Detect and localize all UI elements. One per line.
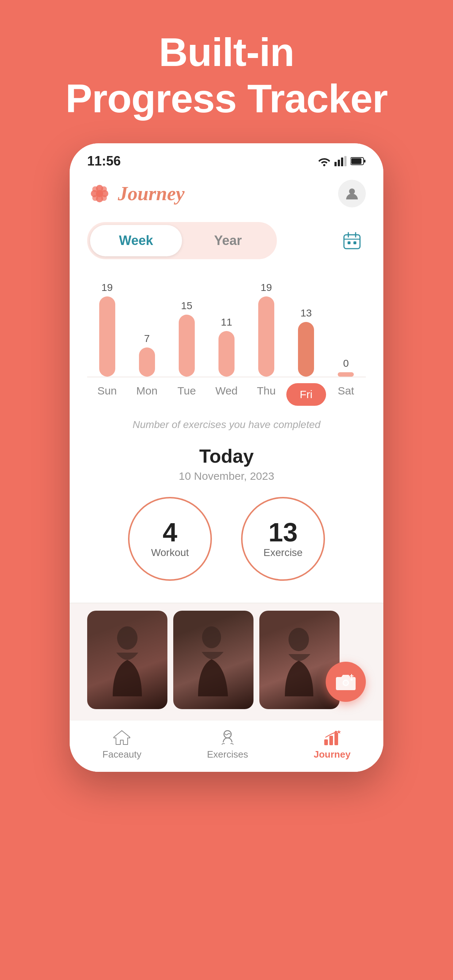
status-bar: 11:56 <box>70 143 383 172</box>
svg-rect-20 <box>348 241 351 244</box>
bar-col-sun: 19 <box>87 282 127 377</box>
svg-point-15 <box>96 190 103 197</box>
photo-thumb-3 <box>259 611 340 709</box>
bar-value-mon: 7 <box>144 333 150 345</box>
nav-item-faceauty[interactable]: Faceauty <box>88 729 156 760</box>
day-label-fri: Fri <box>286 383 326 406</box>
svg-rect-17 <box>344 235 360 249</box>
chart-bars: 197151119130 <box>87 275 366 377</box>
tab-section: Week Year <box>70 216 383 268</box>
bar-sun <box>99 296 115 377</box>
bar-value-sat: 0 <box>343 358 349 369</box>
wifi-icon <box>318 156 331 166</box>
svg-rect-1 <box>338 160 340 166</box>
profile-button[interactable] <box>338 180 366 207</box>
status-icons <box>318 156 366 166</box>
day-label-thu: Thu <box>247 385 286 404</box>
bar-mon <box>139 347 155 377</box>
photo-thumb-2 <box>173 611 254 709</box>
hero-section: Built-in Progress Tracker <box>0 0 453 143</box>
bar-sat <box>338 372 354 377</box>
day-label-mon: Mon <box>127 385 167 404</box>
app-header: Journey <box>70 172 383 216</box>
stat-number-0: 4 <box>163 519 177 546</box>
person-silhouette-1 <box>105 624 149 696</box>
today-section: Today 10 November, 2023 4Workout13Exerci… <box>70 442 383 603</box>
bar-value-thu: 19 <box>261 282 272 293</box>
flower-logo-icon <box>87 181 112 206</box>
bar-col-wed: 11 <box>206 317 246 377</box>
camera-icon <box>336 673 356 690</box>
day-labels: SunMonTueWedThuFriSat <box>70 377 383 412</box>
bar-tue <box>179 315 195 377</box>
svg-point-24 <box>289 628 309 651</box>
day-label-tue: Tue <box>167 385 206 404</box>
chart-caption: Number of exercises you have completed <box>70 412 383 442</box>
person-silhouette-3 <box>278 624 321 696</box>
svg-rect-21 <box>353 241 356 244</box>
bar-value-wed: 11 <box>221 317 232 328</box>
stat-circle-1: 13Exercise <box>241 497 325 581</box>
photo-thumb-1 <box>87 611 167 709</box>
svg-point-23 <box>202 626 221 648</box>
svg-rect-31 <box>324 740 328 745</box>
photos-section <box>70 603 383 720</box>
svg-rect-6 <box>364 160 365 162</box>
calendar-button[interactable] <box>338 227 366 255</box>
svg-rect-0 <box>335 162 337 166</box>
phone-frame: 11:56 <box>70 143 383 772</box>
bar-wed <box>219 331 234 377</box>
stat-label-0: Workout <box>151 547 189 558</box>
bar-value-fri: 13 <box>301 307 312 319</box>
svg-point-16 <box>349 188 355 194</box>
svg-rect-33 <box>335 733 338 745</box>
svg-rect-3 <box>344 156 346 166</box>
nav-item-journey[interactable]: Journey <box>299 729 365 760</box>
hero-title: Built-in Progress Tracker <box>22 29 431 121</box>
status-time: 11:56 <box>87 153 121 169</box>
nav-label-exercises: Exercises <box>207 749 248 760</box>
day-label-sat: Sat <box>326 385 366 404</box>
bar-col-fri: 13 <box>286 307 326 377</box>
exercises-icon <box>218 729 237 746</box>
signal-icon <box>335 156 347 166</box>
bar-value-sun: 19 <box>101 282 113 293</box>
bar-col-mon: 7 <box>127 333 167 377</box>
add-photo-button[interactable] <box>326 662 366 702</box>
svg-point-34 <box>335 731 337 733</box>
svg-rect-5 <box>351 158 362 164</box>
tab-week[interactable]: Week <box>90 225 182 256</box>
stat-circle-0: 4Workout <box>128 497 212 581</box>
day-label-sun: Sun <box>87 385 127 404</box>
bottom-nav: Faceauty Exercises Jou <box>70 720 383 772</box>
app-title: Journey <box>118 182 185 205</box>
svg-point-27 <box>351 678 353 681</box>
stat-number-1: 13 <box>268 519 298 546</box>
tab-container: Week Year <box>87 222 277 259</box>
bar-value-tue: 15 <box>181 300 192 312</box>
today-title: Today <box>87 445 366 467</box>
bar-col-tue: 15 <box>167 300 206 377</box>
today-date: 10 November, 2023 <box>87 470 366 482</box>
bar-col-thu: 19 <box>247 282 286 377</box>
stat-label-1: Exercise <box>263 547 302 558</box>
battery-icon <box>351 157 366 165</box>
bar-col-sat: 0 <box>326 358 366 377</box>
svg-rect-2 <box>341 158 343 166</box>
nav-label-journey: Journey <box>314 749 351 760</box>
bar-fri <box>298 322 314 377</box>
chart-section: 197151119130 <box>70 268 383 377</box>
app-logo-area: Journey <box>87 181 185 206</box>
person-silhouette-2 <box>191 624 235 696</box>
calendar-icon <box>343 231 362 250</box>
nav-label-faceauty: Faceauty <box>102 749 142 760</box>
svg-point-22 <box>117 626 137 650</box>
tab-year[interactable]: Year <box>182 225 274 256</box>
nav-item-exercises[interactable]: Exercises <box>193 729 263 760</box>
day-label-wed: Wed <box>206 385 246 404</box>
person-icon <box>345 186 359 201</box>
journey-icon <box>323 729 342 746</box>
home-icon <box>112 729 131 746</box>
svg-rect-32 <box>329 736 333 745</box>
bar-thu <box>258 296 274 377</box>
